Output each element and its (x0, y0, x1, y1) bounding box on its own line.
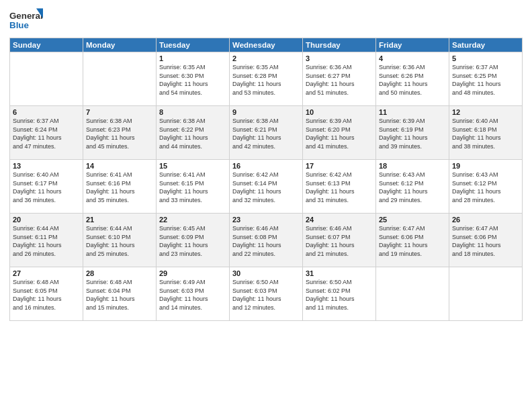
calendar-cell: 30Sunrise: 6:50 AM Sunset: 6:03 PM Dayli… (230, 267, 303, 321)
calendar-cell: 23Sunrise: 6:46 AM Sunset: 6:08 PM Dayli… (230, 214, 303, 267)
day-number: 15 (159, 162, 226, 170)
calendar-week-row: 1Sunrise: 6:35 AM Sunset: 6:30 PM Daylig… (10, 52, 523, 106)
svg-text:Blue: Blue (9, 20, 29, 30)
calendar-cell: 21Sunrise: 6:44 AM Sunset: 6:10 PM Dayli… (83, 214, 157, 267)
day-number: 31 (306, 269, 373, 277)
day-number: 22 (159, 216, 226, 224)
day-info: Sunrise: 6:36 AM Sunset: 6:27 PM Dayligh… (306, 63, 373, 97)
day-info: Sunrise: 6:44 AM Sunset: 6:11 PM Dayligh… (13, 224, 80, 258)
calendar-cell: 10Sunrise: 6:39 AM Sunset: 6:20 PM Dayli… (303, 106, 376, 160)
day-info: Sunrise: 6:48 AM Sunset: 6:05 PM Dayligh… (13, 278, 80, 312)
day-number: 10 (306, 108, 373, 116)
day-number: 21 (86, 216, 153, 224)
calendar-cell: 9Sunrise: 6:38 AM Sunset: 6:21 PM Daylig… (230, 106, 303, 160)
calendar-table: SundayMondayTuesdayWednesdayThursdayFrid… (9, 38, 523, 321)
day-number: 25 (379, 216, 446, 224)
col-header-sunday: Sunday (10, 38, 83, 52)
calendar-cell: 6Sunrise: 6:37 AM Sunset: 6:24 PM Daylig… (10, 106, 83, 160)
calendar-cell: 20Sunrise: 6:44 AM Sunset: 6:11 PM Dayli… (10, 214, 83, 267)
calendar-cell: 24Sunrise: 6:46 AM Sunset: 6:07 PM Dayli… (303, 214, 376, 267)
day-info: Sunrise: 6:48 AM Sunset: 6:04 PM Dayligh… (86, 278, 153, 312)
day-number: 29 (159, 269, 226, 277)
day-info: Sunrise: 6:42 AM Sunset: 6:14 PM Dayligh… (232, 171, 300, 204)
calendar-week-row: 13Sunrise: 6:40 AM Sunset: 6:17 PM Dayli… (10, 160, 523, 214)
calendar-cell (376, 267, 449, 321)
calendar-cell: 31Sunrise: 6:50 AM Sunset: 6:02 PM Dayli… (303, 267, 376, 321)
day-info: Sunrise: 6:42 AM Sunset: 6:13 PM Dayligh… (306, 171, 373, 204)
day-number: 4 (379, 54, 446, 62)
calendar-header-row: SundayMondayTuesdayWednesdayThursdayFrid… (10, 38, 523, 52)
calendar-cell: 27Sunrise: 6:48 AM Sunset: 6:05 PM Dayli… (10, 267, 83, 321)
day-number: 14 (86, 162, 153, 170)
day-number: 17 (306, 162, 373, 170)
day-info: Sunrise: 6:46 AM Sunset: 6:07 PM Dayligh… (306, 224, 373, 258)
calendar-cell: 16Sunrise: 6:42 AM Sunset: 6:14 PM Dayli… (230, 160, 303, 214)
calendar-cell: 13Sunrise: 6:40 AM Sunset: 6:17 PM Dayli… (10, 160, 83, 214)
day-number: 13 (13, 162, 80, 170)
calendar-week-row: 20Sunrise: 6:44 AM Sunset: 6:11 PM Dayli… (10, 214, 523, 267)
day-info: Sunrise: 6:38 AM Sunset: 6:21 PM Dayligh… (232, 117, 300, 150)
day-number: 19 (452, 162, 519, 170)
calendar-week-row: 6Sunrise: 6:37 AM Sunset: 6:24 PM Daylig… (10, 106, 523, 160)
day-info: Sunrise: 6:50 AM Sunset: 6:02 PM Dayligh… (306, 278, 373, 312)
day-info: Sunrise: 6:37 AM Sunset: 6:24 PM Dayligh… (13, 117, 80, 150)
day-number: 28 (86, 269, 153, 277)
calendar-cell: 2Sunrise: 6:35 AM Sunset: 6:28 PM Daylig… (230, 52, 303, 106)
day-info: Sunrise: 6:40 AM Sunset: 6:18 PM Dayligh… (452, 117, 519, 150)
col-header-monday: Monday (83, 38, 157, 52)
logo-icon: GeneralBlue (9, 7, 43, 34)
calendar-cell: 7Sunrise: 6:38 AM Sunset: 6:23 PM Daylig… (83, 106, 157, 160)
day-number: 20 (13, 216, 80, 224)
day-info: Sunrise: 6:43 AM Sunset: 6:12 PM Dayligh… (452, 171, 519, 204)
logo: GeneralBlue (9, 7, 43, 34)
day-info: Sunrise: 6:35 AM Sunset: 6:28 PM Dayligh… (232, 63, 300, 97)
day-info: Sunrise: 6:46 AM Sunset: 6:08 PM Dayligh… (232, 224, 300, 258)
day-number: 3 (306, 54, 373, 62)
day-number: 12 (452, 108, 519, 116)
day-info: Sunrise: 6:49 AM Sunset: 6:03 PM Dayligh… (159, 278, 226, 312)
day-info: Sunrise: 6:43 AM Sunset: 6:12 PM Dayligh… (379, 171, 446, 204)
calendar-cell: 14Sunrise: 6:41 AM Sunset: 6:16 PM Dayli… (83, 160, 157, 214)
calendar-cell: 12Sunrise: 6:40 AM Sunset: 6:18 PM Dayli… (449, 106, 523, 160)
day-number: 9 (232, 108, 300, 116)
day-number: 23 (232, 216, 300, 224)
day-info: Sunrise: 6:50 AM Sunset: 6:03 PM Dayligh… (232, 278, 300, 312)
calendar-cell: 26Sunrise: 6:47 AM Sunset: 6:06 PM Dayli… (449, 214, 523, 267)
calendar-cell: 22Sunrise: 6:45 AM Sunset: 6:09 PM Dayli… (157, 214, 230, 267)
day-number: 1 (159, 54, 226, 62)
day-number: 30 (232, 269, 300, 277)
col-header-friday: Friday (376, 38, 449, 52)
day-number: 27 (13, 269, 80, 277)
day-info: Sunrise: 6:35 AM Sunset: 6:30 PM Dayligh… (159, 63, 226, 97)
day-info: Sunrise: 6:41 AM Sunset: 6:15 PM Dayligh… (159, 171, 226, 204)
calendar-week-row: 27Sunrise: 6:48 AM Sunset: 6:05 PM Dayli… (10, 267, 523, 321)
day-number: 2 (232, 54, 300, 62)
day-info: Sunrise: 6:39 AM Sunset: 6:19 PM Dayligh… (379, 117, 446, 150)
day-number: 6 (13, 108, 80, 116)
day-number: 11 (379, 108, 446, 116)
day-info: Sunrise: 6:37 AM Sunset: 6:25 PM Dayligh… (452, 63, 519, 97)
col-header-saturday: Saturday (449, 38, 523, 52)
day-info: Sunrise: 6:44 AM Sunset: 6:10 PM Dayligh… (86, 224, 153, 258)
day-info: Sunrise: 6:47 AM Sunset: 6:06 PM Dayligh… (452, 224, 519, 258)
day-info: Sunrise: 6:47 AM Sunset: 6:06 PM Dayligh… (379, 224, 446, 258)
day-info: Sunrise: 6:38 AM Sunset: 6:23 PM Dayligh… (86, 117, 153, 150)
calendar-cell: 29Sunrise: 6:49 AM Sunset: 6:03 PM Dayli… (157, 267, 230, 321)
calendar-cell: 8Sunrise: 6:38 AM Sunset: 6:22 PM Daylig… (157, 106, 230, 160)
calendar-cell: 4Sunrise: 6:36 AM Sunset: 6:26 PM Daylig… (376, 52, 449, 106)
day-info: Sunrise: 6:41 AM Sunset: 6:16 PM Dayligh… (86, 171, 153, 204)
calendar-cell: 5Sunrise: 6:37 AM Sunset: 6:25 PM Daylig… (449, 52, 523, 106)
col-header-wednesday: Wednesday (230, 38, 303, 52)
day-info: Sunrise: 6:45 AM Sunset: 6:09 PM Dayligh… (159, 224, 226, 258)
day-number: 5 (452, 54, 519, 62)
calendar-cell: 28Sunrise: 6:48 AM Sunset: 6:04 PM Dayli… (83, 267, 157, 321)
day-info: Sunrise: 6:38 AM Sunset: 6:22 PM Dayligh… (159, 117, 226, 150)
col-header-thursday: Thursday (303, 38, 376, 52)
day-number: 18 (379, 162, 446, 170)
day-number: 8 (159, 108, 226, 116)
day-number: 26 (452, 216, 519, 224)
calendar-cell: 25Sunrise: 6:47 AM Sunset: 6:06 PM Dayli… (376, 214, 449, 267)
calendar-cell: 11Sunrise: 6:39 AM Sunset: 6:19 PM Dayli… (376, 106, 449, 160)
day-number: 16 (232, 162, 300, 170)
calendar-cell: 3Sunrise: 6:36 AM Sunset: 6:27 PM Daylig… (303, 52, 376, 106)
